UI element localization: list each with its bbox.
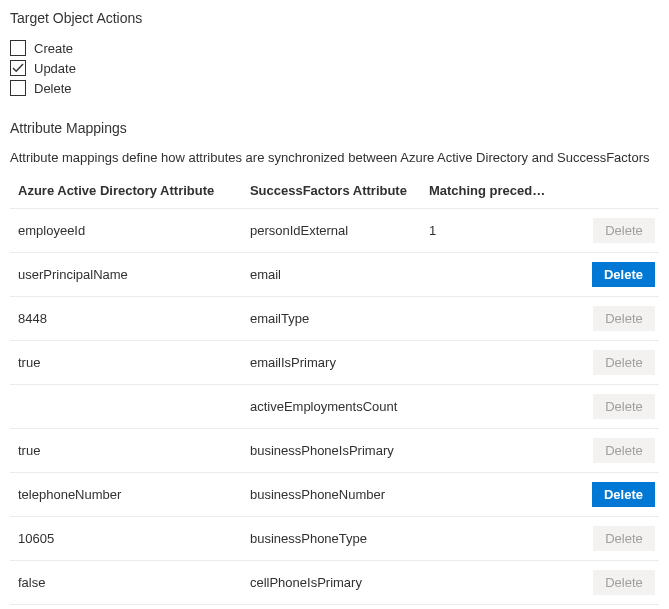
target-action-update[interactable]: Update — [10, 60, 659, 76]
cell-matching-precedence: 1 — [421, 209, 557, 253]
cell-aad-attribute: 8448 — [10, 297, 242, 341]
attribute-mappings-table: Azure Active Directory Attribute Success… — [10, 173, 659, 609]
delete-button[interactable]: Delete — [592, 262, 655, 287]
cell-matching-precedence — [421, 429, 557, 473]
cell-matching-precedence — [421, 253, 557, 297]
checkbox-label: Create — [34, 41, 73, 56]
checkbox-icon[interactable] — [10, 80, 26, 96]
delete-button[interactable]: Delete — [593, 394, 655, 419]
table-row[interactable]: telephoneNumberbusinessPhoneNumberDelete — [10, 473, 659, 517]
cell-sf-attribute: emailIsPrimary — [242, 341, 421, 385]
delete-button[interactable]: Delete — [593, 350, 655, 375]
table-row[interactable]: activeEmploymentsCountDelete — [10, 385, 659, 429]
cell-matching-precedence — [421, 385, 557, 429]
table-row[interactable]: truebusinessPhoneIsPrimaryDelete — [10, 429, 659, 473]
cell-sf-attribute: cellPhoneNumber — [242, 605, 421, 610]
col-header-aad[interactable]: Azure Active Directory Attribute — [10, 173, 242, 209]
cell-aad-attribute: telephoneNumber — [10, 473, 242, 517]
cell-aad-attribute — [10, 385, 242, 429]
table-row[interactable]: 8448emailTypeDelete — [10, 297, 659, 341]
cell-aad-attribute: 10605 — [10, 517, 242, 561]
col-header-actions — [557, 173, 659, 209]
target-action-delete[interactable]: Delete — [10, 80, 659, 96]
attribute-mappings-description: Attribute mappings define how attributes… — [10, 150, 659, 165]
cell-aad-attribute: true — [10, 429, 242, 473]
cell-aad-attribute: employeeId — [10, 209, 242, 253]
cell-aad-attribute: true — [10, 341, 242, 385]
checkbox-label: Update — [34, 61, 76, 76]
cell-matching-precedence — [421, 297, 557, 341]
col-header-sf[interactable]: SuccessFactors Attribute — [242, 173, 421, 209]
checkbox-icon[interactable] — [10, 40, 26, 56]
target-object-actions-title: Target Object Actions — [10, 10, 659, 26]
cell-matching-precedence — [421, 605, 557, 610]
delete-button[interactable]: Delete — [593, 570, 655, 595]
table-row[interactable]: 10605businessPhoneTypeDelete — [10, 517, 659, 561]
target-action-create[interactable]: Create — [10, 40, 659, 56]
table-row[interactable]: trueemailIsPrimaryDelete — [10, 341, 659, 385]
table-row[interactable]: mobilecellPhoneNumberDelete — [10, 605, 659, 610]
cell-aad-attribute: userPrincipalName — [10, 253, 242, 297]
table-row[interactable]: falsecellPhoneIsPrimaryDelete — [10, 561, 659, 605]
cell-sf-attribute: cellPhoneIsPrimary — [242, 561, 421, 605]
cell-matching-precedence — [421, 341, 557, 385]
cell-sf-attribute: businessPhoneNumber — [242, 473, 421, 517]
attribute-mappings-title: Attribute Mappings — [10, 120, 659, 136]
delete-button[interactable]: Delete — [592, 482, 655, 507]
cell-aad-attribute: mobile — [10, 605, 242, 610]
cell-sf-attribute: businessPhoneIsPrimary — [242, 429, 421, 473]
table-row[interactable]: userPrincipalNameemailDelete — [10, 253, 659, 297]
target-object-actions-list: CreateUpdateDelete — [10, 40, 659, 96]
delete-button[interactable]: Delete — [593, 306, 655, 331]
cell-aad-attribute: false — [10, 561, 242, 605]
cell-sf-attribute: businessPhoneType — [242, 517, 421, 561]
delete-button[interactable]: Delete — [593, 218, 655, 243]
checkbox-label: Delete — [34, 81, 72, 96]
cell-sf-attribute: email — [242, 253, 421, 297]
cell-matching-precedence — [421, 517, 557, 561]
cell-sf-attribute: activeEmploymentsCount — [242, 385, 421, 429]
delete-button[interactable]: Delete — [593, 526, 655, 551]
cell-sf-attribute: emailType — [242, 297, 421, 341]
table-row[interactable]: employeeIdpersonIdExternal1Delete — [10, 209, 659, 253]
cell-matching-precedence — [421, 561, 557, 605]
cell-sf-attribute: personIdExternal — [242, 209, 421, 253]
checkbox-icon[interactable] — [10, 60, 26, 76]
col-header-matching-precedence[interactable]: Matching preceden... — [421, 173, 557, 209]
delete-button[interactable]: Delete — [593, 438, 655, 463]
cell-matching-precedence — [421, 473, 557, 517]
